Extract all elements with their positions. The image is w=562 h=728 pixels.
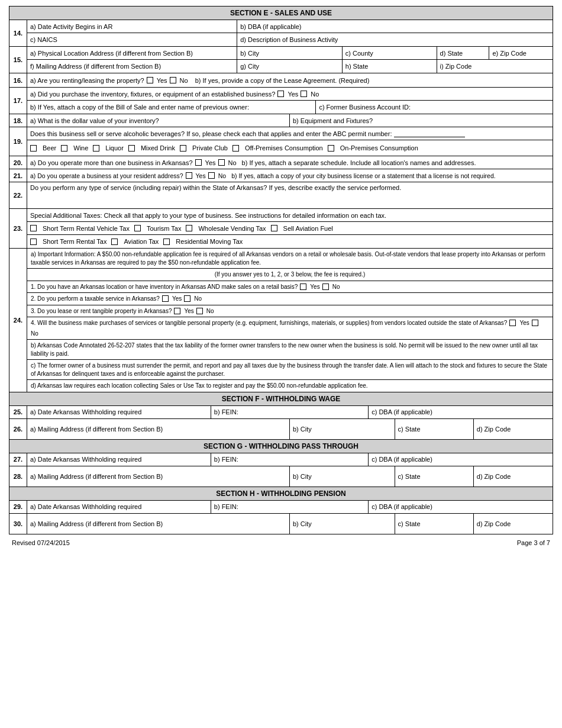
row-num-22: 22. — [9, 182, 27, 208]
row19-wine-label: Wine — [73, 144, 88, 152]
row30-a-label: a) Mailing Address (if different from Se… — [27, 514, 290, 534]
row24-important: a) Important Information: A $50.00 non-r… — [27, 249, 553, 269]
row23-aviation-fuel-checkbox[interactable] — [271, 225, 277, 231]
section-f-header: SECTION F - WITHHOLDING WAGE — [9, 392, 553, 406]
row24-q3-yes-checkbox[interactable] — [174, 308, 180, 314]
section-e-header: SECTION E - SALES AND USE — [9, 7, 553, 20]
row15-b-label: b) City — [237, 47, 343, 59]
row24-q1-text: 1. Do you have an Arkansas location or h… — [31, 283, 298, 291]
row30-b-label: b) City — [290, 514, 395, 534]
row28-d-label: d) Zip Code — [474, 466, 553, 487]
row23-strv-label: Short Term Rental Vehicle Tax — [43, 225, 130, 232]
row24-q2-yes-checkbox[interactable] — [162, 295, 169, 302]
row24-ifanswer: (If you answer yes to 1, 2, or 3 below, … — [27, 269, 553, 281]
row23-str-label: Short Term Rental Tax — [43, 238, 106, 245]
row15-h-label: h) State — [343, 60, 437, 73]
row21-no-checkbox[interactable] — [208, 172, 215, 179]
row24-q3-row: 3. Do you lease or rent tangible propert… — [27, 305, 553, 318]
row30-c-label: c) State — [395, 514, 474, 534]
row24-q2-yes-label: Yes — [172, 295, 182, 303]
row24-q4-no-checkbox[interactable] — [532, 320, 538, 326]
footer-right: Page 3 of 7 — [517, 539, 550, 546]
row23-wholesale-checkbox[interactable] — [186, 225, 192, 231]
row19-offprem-checkbox[interactable] — [232, 145, 239, 152]
row-num-24: 24. — [9, 249, 27, 392]
row24-q4-yes-checkbox[interactable] — [509, 320, 516, 326]
row-num-23: 23. — [9, 209, 27, 248]
row-num-20: 20. — [9, 156, 27, 169]
row14-a-label: a) Date Activity Begins in AR — [27, 20, 237, 33]
row21-yes-checkbox[interactable] — [186, 172, 192, 179]
row-num-25: 25. — [9, 406, 27, 418]
row16-no-checkbox[interactable] — [170, 77, 176, 83]
row20-no-checkbox[interactable] — [218, 159, 225, 166]
row20-yes-label: Yes — [205, 159, 216, 166]
row27-c-label: c) DBA (if applicable) — [369, 453, 553, 466]
row24-q4-yes-label: Yes — [519, 319, 529, 327]
row19-liquor-checkbox[interactable] — [93, 145, 99, 152]
row20-b-label: b) If yes, attach a separate schedule. I… — [242, 159, 476, 166]
row24-q1-yes-label: Yes — [310, 283, 319, 291]
row23-intro: Special Additional Taxes: Check all that… — [27, 209, 553, 221]
row24-q2-row: 2. Do you perform a taxable service in A… — [27, 293, 553, 305]
row24-q3-no-checkbox[interactable] — [196, 308, 203, 314]
row19-mixed-label: Mixed Drink — [141, 144, 175, 152]
row26-c-label: c) State — [395, 419, 474, 439]
row16-yes-checkbox[interactable] — [147, 77, 153, 83]
row18-b-label: b) Equipment and Fixtures? — [290, 114, 553, 127]
row-num-27: 27. — [9, 453, 27, 466]
row21-a-label: a) Do you operate a business at your res… — [30, 172, 183, 179]
row19-liquor-label: Liquor — [105, 144, 124, 152]
row23-aviation-fuel-label: Sell Aviation Fuel — [283, 225, 333, 232]
row19-permit-input[interactable] — [394, 130, 465, 137]
row23-tourism-checkbox[interactable] — [134, 225, 141, 231]
row14-c-label: c) NAICS — [27, 33, 237, 46]
row-num-16: 16. — [9, 73, 27, 87]
row29-c-label: c) DBA (if applicable) — [369, 501, 553, 513]
row19-text: Does this business sell or serve alcohol… — [30, 130, 392, 137]
row-num-17: 17. — [9, 88, 27, 114]
row23-res-label: Residential Moving Tax — [176, 238, 243, 245]
row20-yes-checkbox[interactable] — [195, 159, 202, 166]
row24-c: c) The former owner of a business must s… — [27, 360, 553, 380]
row19-private-checkbox[interactable] — [180, 145, 186, 152]
row19-onprem-label: On-Premises Consumption — [340, 144, 418, 152]
row14-d-label: d) Description of Business Activity — [237, 33, 553, 46]
row23-avt-checkbox[interactable] — [111, 239, 118, 245]
row28-a-label: a) Mailing Address (if different from Se… — [27, 466, 290, 487]
row17-yes-checkbox[interactable] — [277, 91, 284, 97]
row24-q2-text: 2. Do you perform a taxable service in A… — [31, 295, 160, 303]
row15-c-label: c) County — [343, 47, 437, 59]
row24-q1-no-checkbox[interactable] — [322, 284, 329, 290]
row26-b-label: b) City — [290, 419, 395, 439]
row27-a-label: a) Date Arkansas Withholding required — [27, 453, 211, 466]
row23-strv-checkbox[interactable] — [30, 225, 37, 231]
row17-no-checkbox[interactable] — [301, 91, 307, 97]
row25-c-label: c) DBA (if applicable) — [369, 406, 553, 418]
row20-a-label: a) Do you operate more than one business… — [30, 159, 193, 166]
row-num-18: 18. — [9, 114, 27, 127]
row17-a-label: a) Did you purchase the inventory, fixtu… — [30, 91, 275, 98]
row25-a-label: a) Date Arkansas Withholding required — [27, 406, 211, 418]
row22-text: Do you perform any type of service (incl… — [27, 182, 553, 208]
row28-c-label: c) State — [395, 466, 474, 487]
row23-str-checkbox[interactable] — [30, 239, 37, 245]
row19-onprem-checkbox[interactable] — [328, 145, 334, 152]
row24-b: b) Arkansas Code Annotated 26-52-207 sta… — [27, 340, 553, 360]
row24-q1-yes-checkbox[interactable] — [300, 284, 306, 290]
row19-beer-checkbox[interactable] — [30, 145, 37, 152]
row23-res-checkbox[interactable] — [163, 239, 170, 245]
row14-b-label: b) DBA (if applicable) — [237, 20, 553, 33]
row19-offprem-label: Off-Premises Consumption — [245, 144, 323, 152]
row17-no-label: No — [311, 91, 319, 98]
row26-a-label: a) Mailing Address (if different from Se… — [27, 419, 290, 439]
row24-d: d) Arkansas law requires each location c… — [27, 380, 553, 392]
row24-q3-no-label: No — [206, 307, 214, 315]
row15-d-label: d) State — [437, 47, 490, 59]
row-num-30: 30. — [9, 514, 27, 534]
row15-e-label: e) Zip Code — [489, 47, 553, 59]
row-num-21: 21. — [9, 169, 27, 182]
row19-wine-checkbox[interactable] — [61, 145, 67, 152]
row19-mixed-checkbox[interactable] — [128, 145, 135, 152]
row24-q2-no-checkbox[interactable] — [184, 295, 190, 302]
